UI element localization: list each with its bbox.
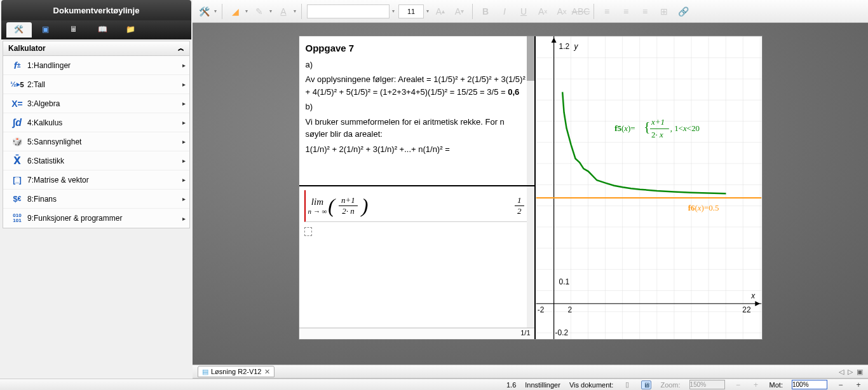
tab-prev-button[interactable]: ◁ (839, 368, 844, 376)
highlight-button[interactable]: ◢ (227, 4, 243, 19)
line-color-button[interactable]: ✎ (252, 4, 267, 19)
frac-num: n+1 (339, 195, 358, 206)
menu-label: 3:Algebra (27, 99, 182, 108)
menu-item-finans[interactable]: $€ 8:Finans ▸ (3, 190, 189, 209)
font-decrease-button[interactable]: A▾ (452, 4, 467, 19)
menu-list: f± 1:Handlinger ▸ ½▸5 2:Tall ▸ X= 3:Alge… (3, 56, 190, 228)
dropdown-arrow-icon[interactable]: ▾ (392, 8, 395, 14)
page-counter: 1/1 (520, 329, 530, 337)
number-icon: ½▸5 (10, 79, 25, 90)
menu-item-handlinger[interactable]: f± 1:Handlinger ▸ (3, 56, 189, 75)
note-title: Oppgave 7 (306, 41, 528, 56)
page-left-column: Oppgave 7 a) Av opplysningene følger: Ar… (299, 36, 536, 339)
font-select[interactable] (307, 4, 390, 18)
close-tab-button[interactable]: ✕ (264, 368, 270, 376)
menu-item-statistikk[interactable]: X̄ 6:Statistikk ▸ (3, 151, 189, 171)
input-cursor-box[interactable] (304, 227, 312, 236)
calc-icon: 🖩 (70, 25, 80, 35)
mot-out-button[interactable]: − (836, 380, 845, 389)
menu-label: 6:Statistikk (27, 157, 182, 165)
bold-button[interactable]: B (478, 4, 493, 19)
notes-area[interactable]: Oppgave 7 a) Av opplysningene følger: Ar… (299, 36, 534, 186)
table-button[interactable]: ⊞ (656, 4, 672, 19)
tab-next-button[interactable]: ▷ (848, 368, 853, 376)
superscript-button[interactable]: Ax (535, 4, 550, 19)
panel-tab-folder[interactable]: 📁 (118, 22, 144, 38)
note-line-b1: Vi bruker summeformelen for ei aritmetis… (306, 116, 528, 141)
panel-tab-book[interactable]: 📖 (90, 22, 116, 38)
subscript-button[interactable]: Ax (554, 4, 569, 19)
panel-title: Dokumentverktøylinje (1, 0, 191, 20)
zoom-out-button[interactable]: − (734, 380, 743, 389)
left-panel: Dokumentverktøylinje 🛠️ ▣ 🖩 📖 📁 Kalkulat… (0, 0, 193, 379)
strike-button[interactable]: ABC (573, 4, 588, 19)
notes-scrollbar[interactable] (527, 36, 534, 185)
x-max-label: 22 (742, 305, 751, 314)
f6-label: f6(x)=0.5 (688, 203, 719, 212)
dropdown-arrow-icon: ▾ (245, 8, 248, 14)
math-expression: lim n → ∞ ( n+1 2· n ) (308, 194, 369, 218)
document-tab[interactable]: ▤ Løsning R2-V12 ✕ (198, 366, 275, 377)
menu-item-algebra[interactable]: X= 3:Algebra ▸ (3, 94, 189, 113)
menu-label: 8:Finans (27, 195, 182, 204)
menu-item-kalkulus[interactable]: ∫d 4:Kalkulus ▸ (3, 113, 189, 132)
x-tick-label: 2 (567, 305, 572, 314)
submenu-arrow-icon: ▸ (182, 215, 186, 222)
menu-item-matrise[interactable]: [▫▫▫▫] 7:Matrise & vektor ▸ (3, 171, 189, 190)
tools-button[interactable]: 🛠️ (196, 4, 212, 19)
menu-item-sannsynlighet[interactable]: 🎲 5:Sannsynlighet ▸ (3, 132, 189, 151)
submenu-arrow-icon: ▸ (182, 62, 186, 69)
math-row[interactable]: lim n → ∞ ( n+1 2· n ) (304, 190, 529, 222)
italic-button[interactable]: I (497, 4, 512, 19)
document-page: Oppgave 7 a) Av opplysningene følger: Ar… (299, 36, 763, 340)
view-computer-icon[interactable]: 🖥 (641, 380, 651, 389)
zoom-label: Zoom: (660, 381, 680, 389)
submenu-arrow-icon: ▸ (182, 195, 186, 202)
collapse-icon: ︽ (178, 44, 184, 53)
link-button[interactable]: 🔗 (675, 4, 691, 19)
svg-text:{: { (644, 118, 651, 134)
font-increase-button[interactable]: A▴ (433, 4, 448, 19)
menu-item-funksjoner[interactable]: 010101 9:Funksjoner & programmer ▸ (3, 209, 189, 228)
note-line-b2: 1(1/n)² + 2(1/n)² + 3(1/n)² +...+ n(1/n)… (306, 143, 528, 156)
underline-button[interactable]: U (516, 4, 531, 19)
menu-item-tall[interactable]: ½▸5 2:Tall ▸ (3, 75, 189, 94)
dropdown-arrow-icon[interactable]: ▾ (426, 8, 429, 14)
panel-tab-tools[interactable]: 🛠️ (6, 22, 32, 38)
align-left-button[interactable]: ≡ (599, 4, 614, 19)
menu-label: 1:Handlinger (27, 61, 182, 70)
panel-tab-calc[interactable]: 🖩 (62, 22, 88, 38)
font-size-select[interactable] (398, 4, 424, 18)
view-handheld-icon[interactable]: ▯ (622, 380, 632, 389)
mot-in-button[interactable]: + (854, 380, 863, 389)
align-center-button[interactable]: ≡ (618, 4, 634, 19)
scroll-thumb[interactable] (527, 36, 534, 81)
math-scrollbar[interactable] (527, 186, 534, 328)
mot-select[interactable] (792, 380, 827, 389)
mot-label: Mot: (770, 381, 783, 389)
text-color-button[interactable]: A (276, 4, 291, 19)
submenu-arrow-icon: ▸ (182, 119, 186, 126)
dropdown-arrow-icon: ▾ (294, 8, 296, 14)
finance-icon: $€ (10, 193, 25, 205)
settings-link[interactable]: Innstillinger (525, 381, 560, 389)
svg-text:x+1: x+1 (650, 117, 664, 127)
graph-area[interactable]: 1.2 y 0.1 -0.2 -2 2 22 x (536, 36, 762, 339)
separator (301, 4, 302, 19)
submenu-arrow-icon: ▸ (182, 138, 186, 145)
zoom-in-button[interactable]: + (752, 380, 761, 389)
section-kalkulator[interactable]: Kalkulator ︽ (3, 41, 190, 56)
note-part-a: a) (306, 59, 528, 71)
separator (593, 4, 594, 19)
y-axis-label: y (573, 42, 578, 51)
calculator-area[interactable]: lim n → ∞ ( n+1 2· n ) (299, 186, 534, 328)
menu-label: 2:Tall (27, 80, 182, 89)
zoom-select[interactable] (689, 380, 725, 389)
page-counter-bar: 1/1 (299, 328, 534, 339)
tab-list-button[interactable]: ▣ (857, 368, 863, 376)
graph-svg: 1.2 y 0.1 -0.2 -2 2 22 x (536, 36, 762, 339)
book-icon: 📖 (98, 25, 108, 35)
panel-tab-pages[interactable]: ▣ (34, 22, 60, 38)
align-right-button[interactable]: ≡ (637, 4, 653, 19)
submenu-arrow-icon: ▸ (182, 81, 186, 88)
